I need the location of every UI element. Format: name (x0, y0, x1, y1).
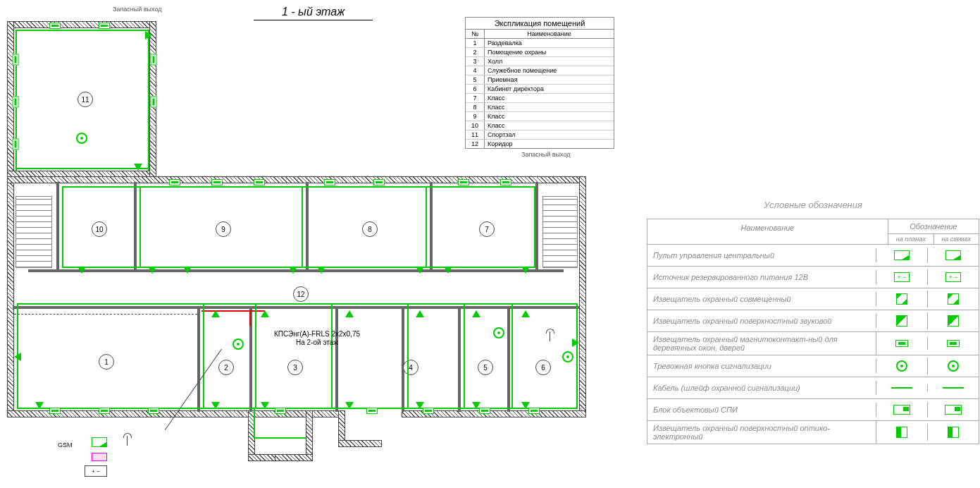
wall (7, 21, 156, 28)
legend-symbol-plan (876, 312, 928, 329)
alarm-button-icon (76, 133, 87, 144)
legend-symbol-plan (876, 337, 928, 350)
legend-row: Пульт управления центральный (647, 245, 979, 267)
wall (579, 176, 586, 417)
wall (56, 182, 59, 271)
antenna-icon (127, 436, 128, 446)
arrow-icon (416, 310, 424, 317)
arrow-icon (521, 267, 530, 274)
room-number: 11 (77, 92, 93, 107)
gsm-label: GSM (58, 441, 73, 449)
wall (13, 306, 579, 309)
sensor-icon (151, 97, 157, 108)
arrow-icon (134, 164, 142, 171)
arrow-icon (289, 267, 297, 274)
legend-row-name: Извещатель охранный совмещенный (647, 292, 876, 306)
floorplan-diagram: 11 10 9 8 7 12 1 2 3 4 5 6 (7, 14, 592, 480)
wall (402, 309, 404, 412)
panel-icon (92, 437, 107, 447)
legend-symbol-plan (876, 424, 928, 441)
legend-symbol-plan (876, 402, 928, 417)
leader-line (165, 349, 222, 430)
legend-symbol-scheme (928, 402, 979, 417)
legend-row-name: Блок объектовый СПИ (647, 403, 876, 417)
sensor-icon (13, 97, 19, 108)
legend-row-name: Извещатель охранный поверхностный звуков… (647, 314, 876, 328)
wire (511, 303, 513, 409)
legend-symbol-scheme (928, 291, 979, 307)
cable-label-line1: КПСЭнг(А)-FRLS 2х2х0,75 (268, 330, 366, 338)
wire (534, 186, 535, 268)
legend-symbol-scheme (928, 248, 979, 263)
legend-symbol-plan (876, 248, 928, 263)
sensor-icon (169, 179, 180, 185)
legend-symbol-scheme (928, 384, 979, 391)
legend-row-name: Кабель (шлейф охранной сигнализации) (647, 381, 876, 395)
legend-symbol-plan (876, 358, 928, 374)
arrow-icon (77, 267, 86, 274)
sensor-icon (479, 408, 490, 414)
arrow-icon (416, 402, 424, 409)
psu-icon: + − (85, 465, 107, 477)
legend-header: Наименование Обозначение на планах на сх… (647, 219, 979, 245)
wire (15, 30, 149, 31)
legend-row-name: Извещатель охранный магнитоконтакт-ный д… (647, 332, 876, 355)
sensor-icon (13, 54, 19, 66)
sensor-icon (458, 179, 469, 185)
wall (338, 440, 382, 447)
arrow-icon (444, 267, 452, 274)
wire (407, 303, 409, 409)
alarm-button-icon (232, 338, 244, 350)
arrow-icon (261, 310, 269, 317)
legend-row: Извещатель охранный поверхностный оптико… (647, 421, 979, 444)
room-number: 10 (92, 221, 107, 237)
arrow-icon (211, 310, 220, 317)
legend-symbol-scheme (928, 337, 979, 350)
legend-header-sym: Обозначение (888, 219, 979, 234)
legend-row: Тревожная кнопка сигнализации (647, 355, 979, 377)
legend-symbol-plan (876, 384, 928, 391)
room-number: 8 (362, 221, 378, 237)
wall (335, 309, 338, 412)
arrow-icon (35, 402, 44, 409)
wire (464, 303, 465, 409)
wall (134, 182, 137, 271)
legend-symbol-plan: + − (876, 269, 928, 285)
sensor-icon (275, 408, 286, 414)
sensor-icon (211, 179, 223, 185)
legend-header-sub1: на планах (888, 234, 934, 244)
sensor-icon (148, 408, 159, 414)
wire (15, 168, 149, 169)
sensor-icon (373, 179, 385, 185)
legend-row: Источник резервированного питания 12В+ −… (647, 267, 979, 288)
room-number: 2 (218, 360, 234, 375)
wall (7, 176, 14, 417)
alarm-button-icon (493, 327, 504, 338)
legend-symbol-scheme: + − (928, 269, 979, 285)
room-number: 1 (99, 354, 114, 370)
sensor-icon (500, 179, 511, 185)
legend-table: Условные обозначения Наименование Обозна… (647, 219, 979, 444)
sensor-icon (99, 23, 110, 29)
legend-row-name: Извещатель охранный поверхностный оптико… (647, 421, 876, 444)
sensor-icon (528, 408, 540, 414)
legend-row: Извещатель охранный совмещенный (647, 288, 979, 310)
wire (576, 303, 578, 409)
stairs-icon (15, 196, 52, 268)
wire (331, 303, 333, 409)
wire (254, 408, 255, 439)
arrow-icon (472, 310, 480, 317)
cable-label-line2: На 2-ой этаж (268, 338, 366, 347)
legend-header-name: Наименование (647, 219, 888, 244)
wire (255, 303, 256, 409)
legend-row: Извещатель охранный поверхностный звуков… (647, 310, 979, 332)
arrow-icon (317, 267, 325, 274)
legend-header-sub2: на схемах (934, 234, 979, 244)
arrow-icon (145, 31, 152, 39)
sensor-icon (49, 408, 61, 414)
arrow-icon (211, 402, 220, 409)
exit-label-left: Запасный выход (113, 6, 162, 13)
room-number: 4 (403, 360, 418, 375)
wire (148, 30, 149, 171)
arrow-icon (345, 402, 354, 409)
